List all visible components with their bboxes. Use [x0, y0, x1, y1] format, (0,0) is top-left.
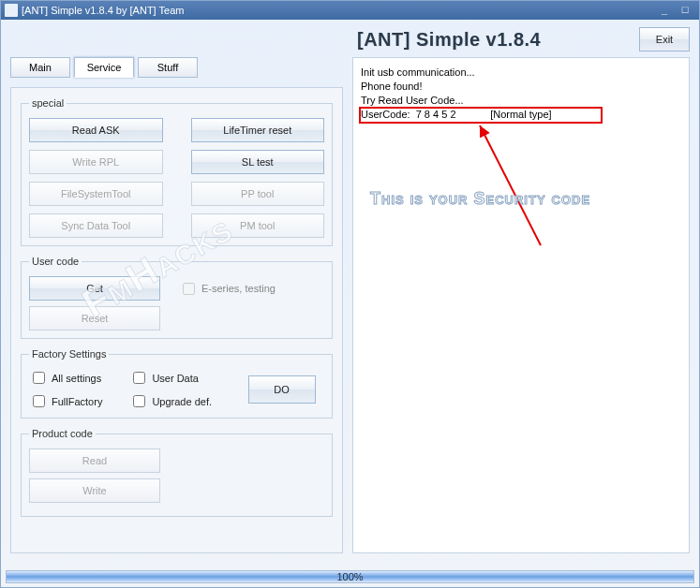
titlebar: [ANT] Simple v1.8.4 by [ANT] Team _ □: [1, 1, 699, 20]
sl-test-button[interactable]: SL test: [191, 150, 325, 174]
progress-bar: 100%: [6, 570, 694, 583]
app-icon: [5, 4, 18, 17]
app-title: [ANT] Simple v1.8.4: [357, 29, 541, 51]
log-panel: Init usb communication... Phone found! T…: [352, 57, 690, 553]
productcode-group: Product code Read Write: [21, 428, 333, 517]
fullfactory-checkbox[interactable]: [33, 395, 45, 407]
highlight-box: [359, 107, 603, 124]
write-rpl-button: Write RPL: [29, 150, 163, 174]
pp-tool-button: PP tool: [191, 182, 325, 206]
log-line: Try Read User Code...: [361, 94, 681, 108]
window-title: [ANT] Simple v1.8.4 by [ANT] Team: [22, 5, 654, 16]
read-product-button: Read: [29, 448, 160, 473]
do-button[interactable]: DO: [248, 375, 316, 404]
eseries-checkbox: [183, 283, 195, 295]
userdata-checkbox-label[interactable]: User Data: [129, 369, 230, 387]
svg-line-0: [480, 125, 541, 245]
progress-text: 100%: [336, 571, 363, 582]
read-ask-button[interactable]: Read ASK: [29, 118, 163, 142]
userdata-checkbox[interactable]: [133, 372, 145, 384]
exit-button[interactable]: Exit: [639, 27, 690, 51]
tab-bar: Main Service Stuff: [10, 57, 343, 78]
write-product-button: Write: [29, 478, 160, 503]
filesystem-tool-button: FileSystemTool: [29, 182, 163, 206]
reset-usercode-button: Reset: [29, 306, 160, 331]
factory-group: Factory Settings All settings User Data …: [21, 348, 333, 419]
eseries-checkbox-label[interactable]: E-series, testing: [179, 280, 276, 298]
arrow-annotation-icon: [475, 124, 550, 255]
sync-data-tool-button: Sync Data Tool: [29, 213, 163, 238]
factory-legend: Factory Settings: [29, 348, 109, 360]
lifetimer-reset-button[interactable]: LifeTimer reset: [191, 118, 325, 142]
special-group: special Read ASK LifeTimer reset Write R…: [21, 97, 333, 246]
allsettings-checkbox-label[interactable]: All settings: [29, 369, 120, 387]
eseries-text: E-series, testing: [201, 283, 276, 294]
upgrade-checkbox[interactable]: [133, 395, 145, 407]
tab-service[interactable]: Service: [74, 57, 134, 78]
usercode-legend: User code: [29, 256, 82, 267]
usercode-group: User code Get E-series, testing Reset: [21, 256, 333, 339]
close-button[interactable]: □: [675, 4, 695, 17]
fullfactory-checkbox-label[interactable]: FullFactory: [29, 392, 120, 410]
log-line: Phone found!: [361, 80, 681, 94]
productcode-legend: Product code: [29, 428, 96, 439]
pm-tool-button: PM tool: [191, 213, 325, 238]
minimize-button[interactable]: _: [654, 4, 675, 17]
tab-main[interactable]: Main: [10, 57, 70, 78]
get-usercode-button[interactable]: Get: [29, 276, 160, 301]
special-legend: special: [29, 97, 67, 109]
allsettings-checkbox[interactable]: [33, 372, 45, 384]
upgrade-checkbox-label[interactable]: Upgrade def.: [129, 392, 230, 410]
tab-stuff[interactable]: Stuff: [138, 57, 198, 78]
log-line: Init usb communication...: [361, 66, 681, 80]
